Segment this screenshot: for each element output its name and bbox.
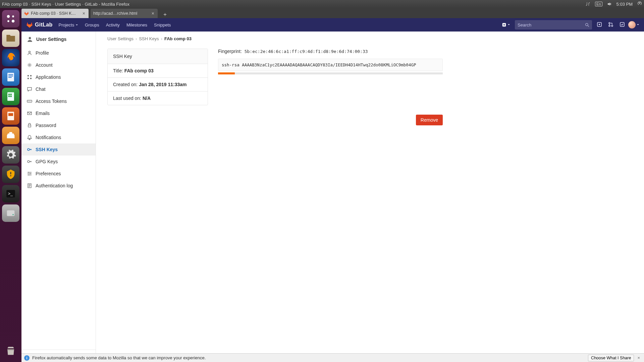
sidebar-item-account[interactable]: Account: [21, 59, 96, 71]
network-icon[interactable]: [586, 2, 590, 6]
card-row-created: Created on: Jan 28, 2019 11:33am: [108, 78, 208, 92]
disk-icon[interactable]: [2, 204, 19, 222]
firefox-infobar: i Firefox automatically sends some data …: [21, 353, 644, 362]
svg-rect-41: [28, 78, 29, 79]
scrollbar-thumb[interactable]: [218, 72, 235, 74]
svg-point-38: [29, 64, 30, 66]
browser-tab[interactable]: http://acad…rchive.html ×: [91, 9, 158, 18]
svg-point-50: [28, 161, 30, 163]
user-avatar[interactable]: [628, 21, 636, 28]
svg-point-3: [12, 20, 15, 23]
nav-snippets[interactable]: Snippets: [154, 22, 171, 27]
gitlab-navbar: GitLab Projects Groups Activity Mileston…: [21, 18, 644, 32]
gitlab-sidebar: User Settings Profile Account Applicatio…: [21, 32, 96, 362]
svg-point-31: [599, 24, 600, 25]
gitlab-logo[interactable]: GitLab: [26, 21, 52, 28]
card-header: SSH Key: [108, 49, 208, 64]
fingerprint-row: Fingerprint: 5b:ec:2e:46:6c:a1:ff:c9:4d:…: [218, 49, 443, 54]
gitlab-content: User Settings › SSH Keys › FAb comp 03 S…: [96, 32, 644, 362]
nav-milestones[interactable]: Milestones: [126, 22, 147, 27]
unity-launcher: >_: [0, 8, 21, 362]
software-icon[interactable]: [2, 127, 19, 144]
firefox-icon[interactable]: [2, 49, 19, 66]
sidebar-item-emails[interactable]: Emails: [21, 107, 96, 119]
svg-point-53: [29, 175, 30, 176]
sidebar-item-preferences[interactable]: Preferences: [21, 168, 96, 180]
user-icon: [27, 36, 33, 42]
svg-rect-8: [8, 77, 12, 78]
nav-activity[interactable]: Activity: [106, 22, 120, 27]
svg-point-46: [30, 101, 31, 102]
sound-icon[interactable]: [607, 2, 612, 6]
sidebar-item-profile[interactable]: Profile: [21, 47, 96, 59]
svg-rect-39: [28, 75, 29, 76]
svg-point-33: [609, 25, 610, 26]
ssh-key-card: SSH Key Title: FAb comp 03 Created on: J…: [107, 49, 208, 105]
nav-projects[interactable]: Projects: [58, 22, 78, 27]
sidebar-item-ssh-keys[interactable]: SSH Keys: [21, 143, 96, 156]
breadcrumb-user-settings[interactable]: User Settings: [107, 36, 133, 41]
page-viewport: GitLab Projects Groups Activity Mileston…: [21, 18, 644, 362]
firefox-tabbar: FAb comp 03 · SSH K… × http://acad…rchiv…: [0, 8, 644, 18]
nav-groups[interactable]: Groups: [85, 22, 99, 27]
svg-point-36: [29, 37, 31, 39]
window-title: FAb comp 03 · SSH Keys · User Settings ·…: [2, 2, 129, 7]
public-key-box[interactable]: ssh-rsa AAAAB3NzaC1yc2EAAAADAQABAAACAQDY…: [218, 59, 443, 71]
svg-rect-10: [8, 94, 10, 95]
svg-rect-7: [8, 76, 13, 76]
tab-label: http://acad…rchive.html: [93, 11, 137, 16]
impress-icon[interactable]: [2, 107, 19, 125]
sidebar-item-notifications[interactable]: Notifications: [21, 131, 96, 143]
sidebar-item-applications[interactable]: Applications: [21, 71, 96, 83]
merge-requests-icon[interactable]: [608, 22, 613, 28]
trash-icon[interactable]: [2, 342, 19, 359]
gitlab-favicon: [24, 11, 29, 16]
svg-point-32: [609, 22, 610, 24]
browser-tab-active[interactable]: FAb comp 03 · SSH K… ×: [21, 9, 89, 18]
remove-button[interactable]: Remove: [416, 115, 443, 125]
gitlab-search[interactable]: [515, 20, 592, 29]
tab-close-icon[interactable]: ×: [151, 11, 155, 16]
dash-icon[interactable]: [2, 10, 19, 27]
tab-label: FAb comp 03 · SSH K…: [31, 11, 76, 16]
svg-rect-13: [10, 96, 12, 97]
clock[interactable]: 5:03 PM: [616, 2, 633, 7]
breadcrumb-current: FAb comp 03: [164, 36, 192, 41]
svg-point-2: [7, 20, 9, 22]
sidebar-item-authlog[interactable]: Authentication log: [21, 180, 96, 192]
sidebar-item-access-tokens[interactable]: Access Tokens: [21, 95, 96, 107]
card-row-title: Title: FAb comp 03: [108, 64, 208, 78]
sidebar-item-gpg-keys[interactable]: GPG Keys: [21, 156, 96, 168]
svg-point-49: [28, 148, 30, 150]
tab-close-icon[interactable]: ×: [82, 11, 86, 16]
settings-icon[interactable]: [2, 146, 19, 164]
session-icon[interactable]: [637, 2, 642, 6]
issues-icon[interactable]: [597, 22, 602, 28]
plus-menu[interactable]: [500, 22, 512, 27]
sidebar-title: User Settings: [21, 32, 96, 47]
breadcrumb-ssh-keys[interactable]: SSH Keys: [139, 36, 159, 41]
breadcrumb: User Settings › SSH Keys › FAb comp 03: [107, 36, 633, 41]
updater-icon[interactable]: [2, 166, 19, 183]
new-tab-button[interactable]: ＋: [160, 11, 170, 18]
scrollbar[interactable]: [218, 72, 443, 74]
todos-icon[interactable]: [620, 22, 625, 28]
svg-rect-42: [30, 78, 32, 79]
files-icon[interactable]: [2, 29, 19, 47]
keyboard-indicator[interactable]: En: [595, 2, 602, 6]
writer-icon[interactable]: [2, 68, 19, 86]
svg-point-1: [12, 15, 14, 17]
svg-rect-6: [8, 74, 13, 75]
search-input[interactable]: [518, 22, 585, 27]
sidebar-item-chat[interactable]: Chat: [21, 83, 96, 95]
svg-rect-18: [7, 210, 15, 216]
infobar-close-icon[interactable]: ×: [636, 355, 641, 360]
svg-rect-15: [8, 113, 13, 116]
chevron-down-icon: [637, 23, 639, 26]
sidebar-item-password[interactable]: Password: [21, 119, 96, 131]
calc-icon[interactable]: [2, 88, 19, 105]
plus-icon: [502, 22, 506, 27]
terminal-icon[interactable]: >_: [2, 185, 19, 202]
choose-share-button[interactable]: Choose What I Share: [588, 355, 634, 361]
svg-point-19: [12, 214, 14, 215]
